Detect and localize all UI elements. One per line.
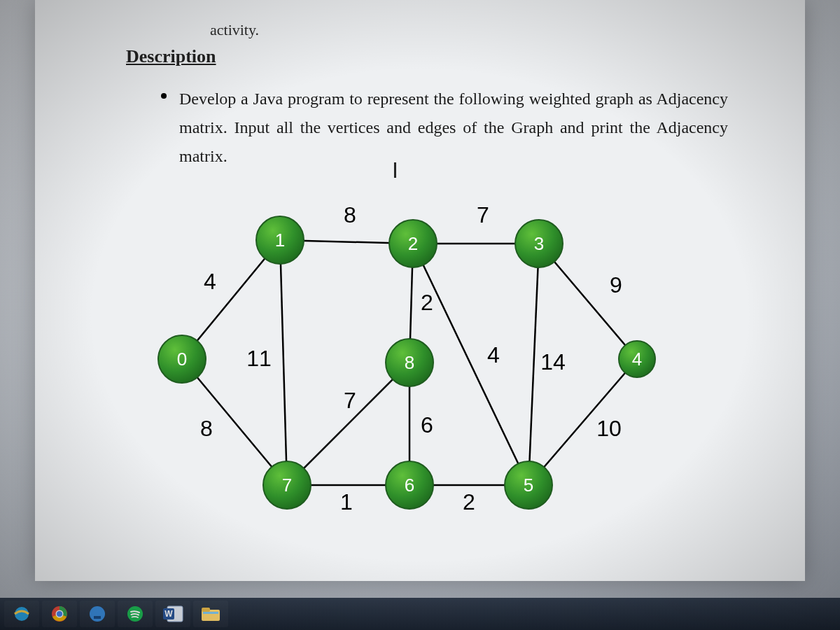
edge-weight-6-8: 6 (421, 412, 433, 438)
taskbar: W (0, 598, 840, 630)
taskbar-explorer-icon[interactable] (193, 601, 228, 627)
edge-weight-7-8: 7 (344, 388, 356, 413)
handwritten-mark: I (392, 158, 398, 183)
svg-text:W: W (164, 609, 173, 619)
svg-point-3 (57, 611, 62, 617)
edge-weight-0-7: 8 (200, 416, 213, 441)
edge-0-7 (182, 359, 287, 485)
edge-weight-2-3: 7 (477, 202, 489, 227)
edge-7-8 (287, 363, 410, 485)
node-label-2: 2 (408, 233, 418, 254)
document-page: activity. Description Develop a Java pro… (35, 0, 805, 581)
graph-diagram: 012345678 48811724914102167 (140, 184, 700, 548)
node-label-5: 5 (524, 475, 533, 496)
edge-1-7 (280, 240, 287, 485)
edge-weight-4-5: 10 (596, 416, 622, 441)
node-label-0: 0 (177, 349, 187, 370)
taskbar-ie-icon[interactable] (4, 601, 39, 627)
edge-weight-1-7: 11 (246, 346, 272, 371)
section-title: Description (126, 46, 770, 67)
node-label-4: 4 (632, 349, 642, 370)
node-label-6: 6 (405, 475, 414, 496)
svg-rect-12 (203, 612, 218, 614)
edge-weight-3-4: 9 (610, 272, 622, 298)
edge-weight-0-1: 4 (204, 269, 216, 294)
svg-point-0 (15, 607, 29, 621)
edge-weight-2-5: 4 (487, 342, 500, 368)
bullet-text: Develop a Java program to represent the … (179, 85, 728, 170)
taskbar-app-icon[interactable] (80, 601, 115, 627)
svg-point-4 (90, 606, 105, 622)
edge-weight-2-8: 2 (421, 290, 433, 315)
taskbar-spotify-icon[interactable] (118, 601, 153, 627)
bullet-dot-icon (161, 93, 167, 99)
edge-weight-3-5: 14 (540, 349, 566, 374)
taskbar-chrome-icon[interactable] (42, 601, 77, 627)
node-label-3: 3 (534, 233, 544, 254)
edge-3-5 (528, 244, 539, 485)
taskbar-word-icon[interactable]: W (155, 601, 190, 627)
node-label-1: 1 (275, 230, 285, 251)
svg-rect-5 (94, 616, 101, 619)
header-fragment: activity. (210, 21, 770, 39)
edge-weight-6-7: 1 (340, 489, 353, 514)
graph-svg: 012345678 48811724914102167 (140, 184, 700, 548)
node-label-7: 7 (282, 475, 292, 496)
bullet-row: Develop a Java program to represent the … (161, 85, 728, 170)
edge-weight-1-2: 8 (344, 202, 356, 227)
svg-rect-11 (202, 608, 210, 612)
edge-weight-5-6: 2 (463, 489, 475, 514)
node-label-8: 8 (405, 352, 414, 373)
